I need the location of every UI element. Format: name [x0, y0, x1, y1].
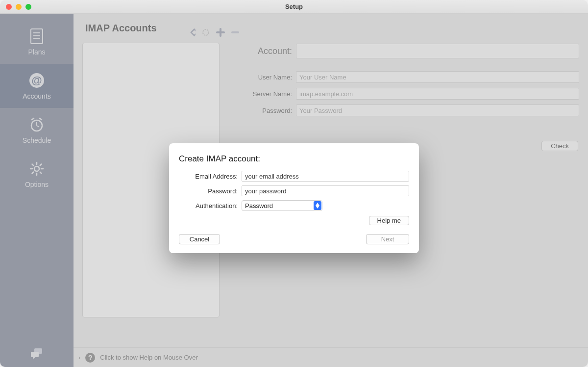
- sheet-password-label: Password:: [179, 187, 238, 195]
- svg-marker-29: [316, 206, 319, 209]
- window-title: Setup: [0, 3, 588, 10]
- select-stepper-icon: [314, 201, 321, 210]
- app-window: Setup Plans @ Accounts Schedule: [0, 0, 588, 367]
- next-button[interactable]: Next: [366, 234, 409, 244]
- email-input[interactable]: [242, 171, 409, 182]
- help-me-button[interactable]: Help me: [369, 216, 409, 225]
- cancel-button[interactable]: Cancel: [179, 234, 220, 244]
- modal-overlay: Create IMAP account: Email Address: Pass…: [0, 14, 588, 367]
- auth-select-value: Password: [245, 202, 273, 210]
- auth-select[interactable]: Password: [242, 200, 322, 211]
- titlebar: Setup: [0, 0, 588, 14]
- create-account-sheet: Create IMAP account: Email Address: Pass…: [169, 143, 419, 253]
- email-label: Email Address:: [179, 173, 238, 180]
- sheet-password-input[interactable]: [242, 185, 409, 196]
- sheet-title: Create IMAP account:: [179, 154, 409, 164]
- auth-label: Authentication:: [179, 202, 238, 210]
